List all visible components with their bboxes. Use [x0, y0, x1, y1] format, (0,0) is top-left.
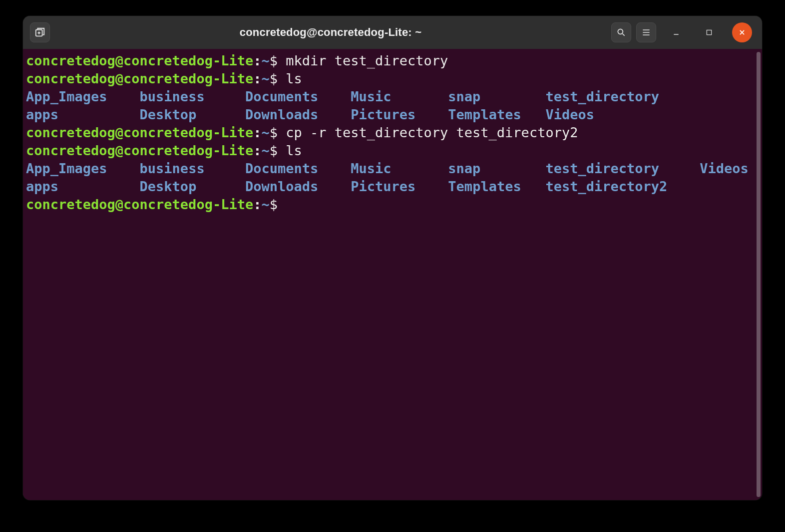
- terminal-line: concretedog@concretedog-Lite:~$ cp -r te…: [26, 124, 753, 142]
- terminal-line: concretedog@concretedog-Lite:~$ mkdir te…: [26, 52, 753, 70]
- titlebar[interactable]: concretedog@concretedog-Lite: ~: [23, 16, 762, 49]
- maximize-button[interactable]: [699, 22, 719, 42]
- terminal-line: App_Images business Documents Music snap…: [26, 88, 753, 106]
- new-tab-button[interactable]: [30, 22, 50, 42]
- terminal-line: App_Images business Documents Music snap…: [26, 160, 753, 178]
- new-tab-icon: [34, 27, 45, 38]
- menu-button[interactable]: [636, 22, 656, 42]
- terminal-area[interactable]: concretedog@concretedog-Lite:~$ mkdir te…: [23, 49, 762, 500]
- terminal-line: concretedog@concretedog-Lite:~$ ls: [26, 70, 753, 88]
- terminal-line: concretedog@concretedog-Lite:~$: [26, 196, 753, 214]
- desktop-background: concretedog@concretedog-Lite: ~: [0, 0, 785, 532]
- scrollbar[interactable]: [755, 49, 762, 500]
- terminal-output[interactable]: concretedog@concretedog-Lite:~$ mkdir te…: [23, 49, 755, 500]
- minimize-button[interactable]: [666, 22, 686, 42]
- maximize-icon: [706, 29, 713, 36]
- svg-rect-2: [707, 30, 711, 34]
- terminal-line: apps Desktop Downloads Pictures Template…: [26, 106, 753, 124]
- hamburger-menu-icon: [641, 27, 651, 37]
- terminal-line: concretedog@concretedog-Lite:~$ ls: [26, 142, 753, 160]
- window-controls: [666, 22, 752, 42]
- window-title: concretedog@concretedog-Lite: ~: [55, 26, 606, 39]
- search-button[interactable]: [611, 22, 631, 42]
- close-button[interactable]: [732, 22, 752, 42]
- minimize-icon: [672, 28, 680, 36]
- search-icon: [616, 27, 626, 37]
- close-icon: [739, 29, 746, 36]
- svg-point-1: [618, 29, 623, 34]
- terminal-line: apps Desktop Downloads Pictures Template…: [26, 178, 753, 196]
- terminal-window: concretedog@concretedog-Lite: ~: [23, 16, 762, 500]
- scrollbar-thumb[interactable]: [757, 52, 761, 497]
